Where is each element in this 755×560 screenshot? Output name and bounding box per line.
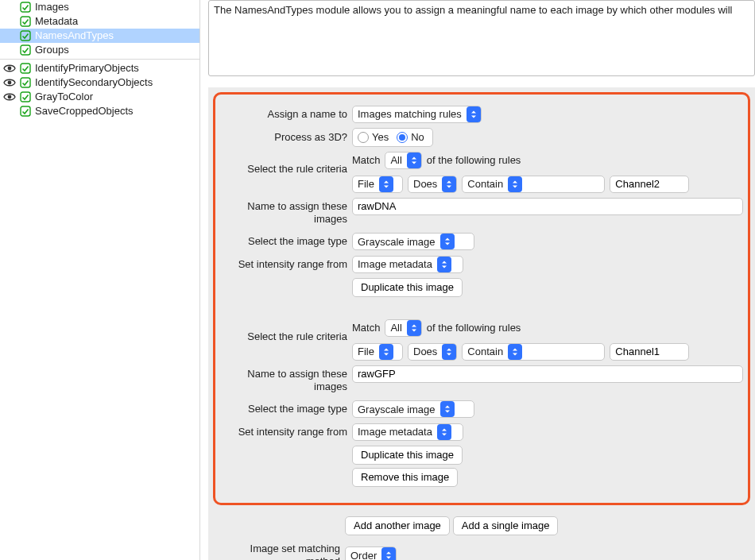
check-icon[interactable] xyxy=(17,106,33,117)
rule-pred-select[interactable]: Contain xyxy=(462,343,605,361)
sidebar-item-images[interactable]: Images xyxy=(0,0,199,14)
chevron-updown-icon xyxy=(442,176,456,192)
rule-value-input[interactable] xyxy=(610,343,689,361)
module-label: Groups xyxy=(33,43,69,57)
duplicate-image-button[interactable]: Duplicate this image xyxy=(352,278,463,297)
check-icon[interactable] xyxy=(17,30,33,41)
chevron-updown-icon xyxy=(508,176,522,192)
rule-criteria-row: Select the rule criteriaMatchAllof the f… xyxy=(220,152,743,193)
rule-attr-select[interactable]: File xyxy=(352,176,403,193)
name-assign-label: Name to assign these images xyxy=(220,198,352,229)
image-group-0: Select the rule criteriaMatchAllof the f… xyxy=(220,152,743,297)
remove-image-button[interactable]: Remove this image xyxy=(352,468,458,487)
module-list: ImagesMetadataNamesAndTypesGroupsIdentif… xyxy=(0,0,199,118)
process3d-no-radio[interactable]: No xyxy=(397,131,424,143)
match-prefix: Match xyxy=(352,154,380,166)
rule-criteria-label: Select the rule criteria xyxy=(220,319,352,346)
sidebar-item-identifysecondaryobjects[interactable]: IdentifySecondaryObjects xyxy=(0,75,199,90)
chevron-updown-icon xyxy=(379,344,393,360)
intensity-select[interactable]: Image metadata xyxy=(352,256,463,273)
check-icon[interactable] xyxy=(17,77,33,88)
check-icon[interactable] xyxy=(17,91,33,102)
settings-scroll: Assign a name to Images matching rules P… xyxy=(208,87,755,560)
name-assign-input[interactable] xyxy=(352,365,743,383)
intensity-label: Set intensity range from xyxy=(220,423,352,441)
rule-criteria-row: Select the rule criteriaMatchAllof the f… xyxy=(220,319,743,361)
rule-op-select[interactable]: Does xyxy=(408,176,457,193)
name-assign-label: Name to assign these images xyxy=(220,365,352,396)
match-suffix: of the following rules xyxy=(427,322,521,334)
module-label: IdentifySecondaryObjects xyxy=(33,75,153,90)
sidebar-item-graytocolor[interactable]: GrayToColor xyxy=(0,90,199,104)
check-icon[interactable] xyxy=(17,63,33,74)
module-label: NamesAndTypes xyxy=(33,29,114,43)
rule-value-input[interactable] xyxy=(610,176,689,193)
intensity-select[interactable]: Image metadata xyxy=(352,423,463,441)
eye-icon[interactable] xyxy=(2,62,17,75)
check-icon[interactable] xyxy=(17,16,33,27)
name-assign-row: Name to assign these images xyxy=(220,198,743,229)
sidebar-item-metadata[interactable]: Metadata xyxy=(0,14,199,29)
image-type-row: Select the image typeGrayscale image xyxy=(220,233,743,250)
process3d-label: Process as 3D? xyxy=(220,129,352,146)
assign-label: Assign a name to xyxy=(220,106,352,123)
name-assign-input[interactable] xyxy=(352,198,743,215)
name-assign-row: Name to assign these images xyxy=(220,365,743,396)
match-mode-select[interactable]: All xyxy=(385,152,421,169)
highlight-frame: Assign a name to Images matching rules P… xyxy=(213,92,750,505)
image-type-label: Select the image type xyxy=(220,400,352,418)
image-group-1: Select the rule criteriaMatchAllof the f… xyxy=(220,319,743,487)
group-buttons-row: Duplicate this imageRemove this image xyxy=(220,446,743,487)
chevron-updown-icon xyxy=(467,106,481,122)
sidebar-item-savecroppedobjects[interactable]: SaveCroppedObjects xyxy=(0,104,199,118)
process3d-yes-radio[interactable]: Yes xyxy=(358,131,389,143)
chevron-updown-icon xyxy=(442,344,456,360)
chevron-updown-icon xyxy=(440,401,455,417)
image-type-label: Select the image type xyxy=(220,233,352,250)
eye-icon[interactable] xyxy=(2,76,17,89)
sidebar-item-namesandtypes[interactable]: NamesAndTypes xyxy=(0,29,199,43)
match-mode-select[interactable]: All xyxy=(385,319,421,337)
module-label: GrayToColor xyxy=(33,90,93,104)
matching-method-select[interactable]: Order xyxy=(345,546,397,560)
radio-dot-icon xyxy=(358,132,369,143)
radio-dot-icon xyxy=(397,132,408,143)
chevron-updown-icon xyxy=(379,176,393,192)
image-type-select[interactable]: Grayscale image xyxy=(352,233,474,250)
matching-method-label: Image set matching method xyxy=(213,540,345,560)
chevron-updown-icon xyxy=(440,234,455,249)
intensity-row: Set intensity range fromImage metadata xyxy=(220,256,743,273)
add-another-image-button[interactable]: Add another image xyxy=(345,516,450,535)
sidebar-item-identifyprimaryobjects[interactable]: IdentifyPrimaryObjects xyxy=(0,61,199,75)
chevron-updown-icon xyxy=(381,547,396,560)
rule-attr-select[interactable]: File xyxy=(352,343,403,361)
match-suffix: of the following rules xyxy=(427,154,521,166)
module-label: Metadata xyxy=(33,14,78,29)
process3d-radio-group: Yes No xyxy=(352,128,433,147)
check-icon[interactable] xyxy=(17,44,33,56)
check-icon[interactable] xyxy=(17,2,33,13)
chevron-updown-icon xyxy=(407,153,421,168)
image-type-select[interactable]: Grayscale image xyxy=(352,400,474,418)
intensity-label: Set intensity range from xyxy=(220,256,352,273)
process3d-row: Process as 3D? Yes No xyxy=(220,128,743,147)
image-type-row: Select the image typeGrayscale image xyxy=(220,400,743,418)
duplicate-image-button[interactable]: Duplicate this image xyxy=(352,446,463,465)
module-list-sidebar: ImagesMetadataNamesAndTypesGroupsIdentif… xyxy=(0,0,200,560)
group-buttons-row: Duplicate this image xyxy=(220,278,743,297)
chevron-updown-icon xyxy=(437,257,451,272)
module-label: SaveCroppedObjects xyxy=(33,104,134,118)
assign-select[interactable]: Images matching rules xyxy=(352,106,482,123)
settings-pane: The NamesAndTypes module allows you to a… xyxy=(200,0,755,560)
chevron-updown-icon xyxy=(508,344,522,360)
rule-pred-select[interactable]: Contain xyxy=(462,176,605,193)
below-highlight: Add another image Add a single image Ima… xyxy=(208,512,755,560)
intensity-row: Set intensity range fromImage metadata xyxy=(220,423,743,441)
assign-row: Assign a name to Images matching rules xyxy=(220,106,743,123)
chevron-updown-icon xyxy=(437,424,451,440)
sidebar-item-groups[interactable]: Groups xyxy=(0,43,199,57)
add-single-image-button[interactable]: Add a single image xyxy=(453,516,559,535)
eye-icon[interactable] xyxy=(2,91,17,103)
module-description: The NamesAndTypes module allows you to a… xyxy=(208,0,755,76)
rule-op-select[interactable]: Does xyxy=(408,343,457,361)
